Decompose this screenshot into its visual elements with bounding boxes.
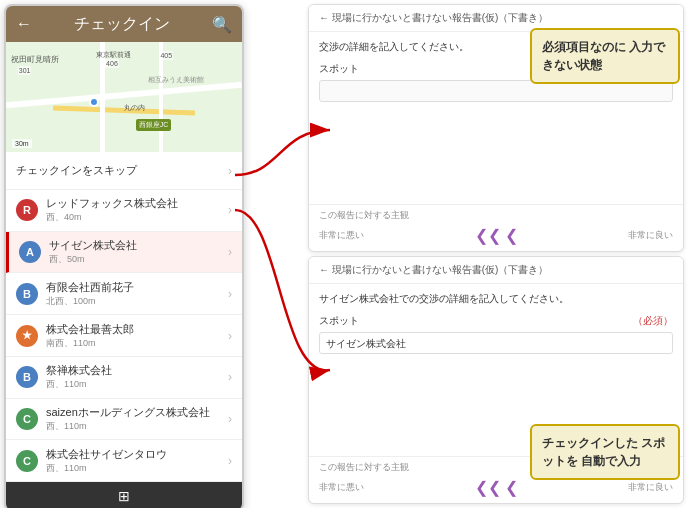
phone-header: ← チェックイン 🔍 (6, 6, 242, 42)
sub-saizen2: 西、110m (46, 378, 228, 391)
bottom-bar: ⊞ (6, 482, 242, 508)
rating-good-bottom: 非常に良い (628, 481, 673, 494)
spot-input-bottom[interactable]: サイゼン株式会社 (319, 332, 673, 354)
rating-icon-4[interactable]: ❮ (505, 478, 518, 497)
right-area: ← 現場に行かないと書けない報告書(仮)（下書き） 交渉の詳細を記入してください… (248, 0, 688, 508)
current-location-dot (89, 97, 99, 107)
chevron-icon-zentaro: › (228, 329, 232, 343)
rating-row-bottom: 非常に悪い ❮❮ ❮ 非常に良い (319, 478, 673, 497)
rating-bad-bottom: 非常に悪い (319, 481, 364, 494)
rating-icons-top: ❮❮ ❮ (475, 226, 518, 245)
map-badge-1: 西銀座JC (136, 119, 172, 131)
map-area: 祝田町見晴所 東京駅前通 丸の内 西銀座JC 相互みうえ美術館 301 406 … (6, 42, 242, 152)
chevron-icon-skip: › (228, 164, 232, 178)
chevron-icon-saizen: › (228, 245, 232, 259)
list-item-zentaro[interactable]: ★ 株式会社最善太郎 南西、110m › (6, 315, 242, 357)
rating-icon-1[interactable]: ❮❮ (475, 226, 501, 245)
name-saizentaro: 株式会社サイゼンタロウ (46, 447, 228, 462)
name-hanako: 有限会社西前花子 (46, 280, 228, 295)
icon-saizen: A (19, 241, 41, 263)
list-item-saizen2[interactable]: B 祭禅株式会社 西、110m › (6, 357, 242, 399)
icon-holdings: C (16, 408, 38, 430)
footer-label-top: この報告に対する主観 (319, 209, 673, 222)
map-label-4: 相互みうえ美術館 (148, 75, 204, 85)
sub-saizen: 西、50m (49, 253, 228, 266)
chevron-icon-holdings: › (228, 412, 232, 426)
field-required-bottom: （必須） (633, 314, 673, 328)
sub-holdings: 西、110m (46, 420, 228, 433)
name-saizen: サイゼン株式会社 (49, 238, 228, 253)
phone-mockup: ← チェックイン 🔍 祝田町見晴所 東京駅前通 丸の内 西銀座JC 相互みうえ美… (4, 4, 244, 508)
list-item-skip[interactable]: チェックインをスキップ › (6, 152, 242, 190)
map-route-301: 301 (18, 66, 32, 75)
icon-saizen2: B (16, 366, 38, 388)
map-route-405: 405 (159, 51, 173, 60)
rating-row-top: 非常に悪い ❮❮ ❮ 非常に良い (319, 226, 673, 245)
name-holdings: saizenホールディングス株式会社 (46, 405, 228, 420)
map-label-1: 祝田町見晴所 (11, 54, 59, 65)
sub-zentaro: 南西、110m (46, 337, 228, 350)
form-desc-bottom: サイゼン株式会社での交渉の詳細を記入してください。 (319, 292, 673, 306)
icon-zentaro: ★ (16, 325, 38, 347)
list-item-redfox[interactable]: R レッドフォックス株式会社 西、40m › (6, 190, 242, 232)
list-item-saizentaro[interactable]: C 株式会社サイゼンタロウ 西、110m › (6, 440, 242, 482)
form-field-row-bottom: スポット （必須） (319, 314, 673, 328)
home-icon[interactable]: ⊞ (118, 488, 130, 504)
form-title-top: ← 現場に行かないと書けない報告書(仮)（下書き） (319, 11, 548, 25)
name-redfox: レッドフォックス株式会社 (46, 196, 228, 211)
form-footer-top: この報告に対する主観 非常に悪い ❮❮ ❮ 非常に良い (309, 204, 683, 251)
callout-top: 必須項目なのに 入力できない状態 (530, 28, 680, 84)
icon-redfox: R (16, 199, 38, 221)
map-label-3: 丸の内 (124, 103, 145, 113)
callout-bottom: チェックインした スポットを 自動で入力 (530, 424, 680, 480)
back-arrow-icon[interactable]: ← (16, 15, 32, 33)
name-saizen2: 祭禅株式会社 (46, 363, 228, 378)
sub-redfox: 西、40m (46, 211, 228, 224)
sub-saizentaro: 西、110m (46, 462, 228, 475)
chevron-icon-saizentaro: › (228, 454, 232, 468)
icon-hanako: B (16, 283, 38, 305)
icon-saizentaro: C (16, 450, 38, 472)
list-item-holdings[interactable]: C saizenホールディングス株式会社 西、110m › (6, 399, 242, 441)
skip-label: チェックインをスキップ (16, 163, 228, 178)
map-scale: 30m (12, 139, 32, 148)
map-route-406: 406 (105, 59, 119, 68)
rating-bad-top: 非常に悪い (319, 229, 364, 242)
form-header-bottom: ← 現場に行かないと書けない報告書(仮)（下書き） (309, 257, 683, 284)
list-item-hanako[interactable]: B 有限会社西前花子 北西、100m › (6, 273, 242, 315)
sub-hanako: 北西、100m (46, 295, 228, 308)
phone-title: チェックイン (74, 14, 170, 35)
list-area: チェックインをスキップ › R レッドフォックス株式会社 西、40m › A サ… (6, 152, 242, 482)
chevron-icon-saizen2: › (228, 370, 232, 384)
form-title-bottom: ← 現場に行かないと書けない報告書(仮)（下書き） (319, 263, 548, 277)
rating-icons-bottom: ❮❮ ❮ (475, 478, 518, 497)
field-label-top: スポット (319, 62, 359, 76)
field-label-bottom: スポット (319, 314, 359, 328)
chevron-icon-hanako: › (228, 287, 232, 301)
search-icon[interactable]: 🔍 (212, 15, 232, 34)
rating-icon-2[interactable]: ❮ (505, 226, 518, 245)
rating-good-top: 非常に良い (628, 229, 673, 242)
chevron-icon-redfox: › (228, 203, 232, 217)
name-zentaro: 株式会社最善太郎 (46, 322, 228, 337)
list-item-saizen[interactable]: A サイゼン株式会社 西、50m › (6, 232, 242, 274)
rating-icon-3[interactable]: ❮❮ (475, 478, 501, 497)
